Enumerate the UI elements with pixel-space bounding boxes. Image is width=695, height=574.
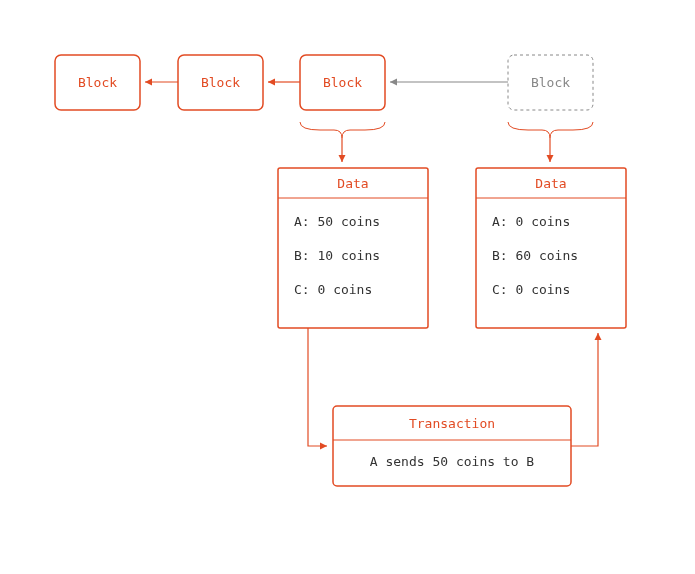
data-right-row-2: C: 0 coins	[492, 282, 570, 297]
block-4-pending: Block	[508, 55, 593, 110]
block-3: Block	[300, 55, 385, 110]
transaction-body: A sends 50 coins to B	[370, 454, 535, 469]
brace-block4	[508, 122, 593, 138]
data-left-row-2: C: 0 coins	[294, 282, 372, 297]
data-left-row-0: A: 50 coins	[294, 214, 380, 229]
block-2-label: Block	[201, 75, 240, 90]
arrow-txn-to-data	[571, 333, 598, 446]
data-box-left: Data A: 50 coins B: 10 coins C: 0 coins	[278, 168, 428, 328]
transaction-title: Transaction	[409, 416, 495, 431]
data-box-right: Data A: 0 coins B: 60 coins C: 0 coins	[476, 168, 626, 328]
arrow-data-to-txn	[308, 328, 327, 446]
data-left-title: Data	[337, 176, 368, 191]
block-1: Block	[55, 55, 140, 110]
transaction-box: Transaction A sends 50 coins to B	[333, 406, 571, 486]
data-right-row-1: B: 60 coins	[492, 248, 578, 263]
data-left-row-1: B: 10 coins	[294, 248, 380, 263]
block-4-label: Block	[531, 75, 570, 90]
blockchain-diagram: Block Block Block Block Data A: 50 coins…	[0, 0, 695, 574]
data-right-title: Data	[535, 176, 566, 191]
data-right-row-0: A: 0 coins	[492, 214, 570, 229]
block-1-label: Block	[78, 75, 117, 90]
block-2: Block	[178, 55, 263, 110]
block-3-label: Block	[323, 75, 362, 90]
brace-block3	[300, 122, 385, 138]
